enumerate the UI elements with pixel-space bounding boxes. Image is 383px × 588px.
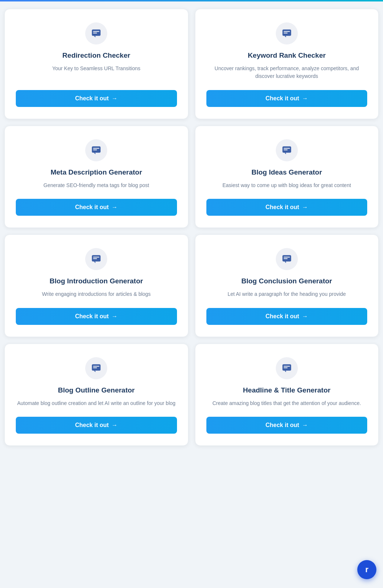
svg-rect-5 [283,31,290,32]
svg-rect-8 [92,146,101,153]
tool-icon-wrapper [276,357,298,379]
fab-button[interactable]: r [357,560,376,579]
card-desc-blog-conclusion-generator: Let AI write a paragraph for the heading… [228,290,346,298]
svg-marker-31 [284,370,286,372]
cta-button-meta-description-generator[interactable]: Check it out → [16,199,177,216]
card-blog-outline-generator: Blog Outline Generator Automate blog out… [4,344,188,446]
card-meta-description-generator: Meta Description Generator Generate SEO-… [4,126,188,228]
tool-icon-wrapper [85,139,107,161]
card-title-keyword-rank-checker: Keyword Rank Checker [248,51,326,60]
svg-rect-17 [93,257,100,258]
arrow-icon-keyword-rank-checker: → [302,95,308,102]
svg-rect-22 [283,258,288,259]
fab-icon: r [365,565,369,574]
tool-icon-wrapper [276,139,298,161]
svg-rect-25 [93,366,100,366]
tool-icon-wrapper [85,248,107,270]
svg-marker-23 [284,262,286,263]
cta-button-keyword-rank-checker[interactable]: Check it out → [206,90,368,107]
arrow-icon-redirection-checker: → [112,95,118,102]
top-bar [0,0,383,1]
card-desc-blog-outline-generator: Automate blog outline creation and let A… [17,399,176,408]
svg-rect-18 [93,258,97,259]
card-title-redirection-checker: Redirection Checker [62,51,130,60]
arrow-icon-blog-outline-generator: → [112,422,118,429]
svg-marker-15 [284,153,286,154]
arrow-icon-blog-introduction-generator: → [112,313,118,320]
cta-label-blog-outline-generator: Check it out [75,422,109,429]
cta-label-meta-description-generator: Check it out [75,204,109,211]
card-blog-introduction-generator: Blog Introduction Generator Write engagi… [4,234,188,337]
card-keyword-rank-checker: Keyword Rank Checker Uncover rankings, t… [195,9,379,119]
cta-button-blog-ideas-generator[interactable]: Check it out → [206,199,368,216]
cta-button-blog-conclusion-generator[interactable]: Check it out → [206,308,368,325]
card-title-blog-outline-generator: Blog Outline Generator [58,386,135,395]
cta-label-blog-introduction-generator: Check it out [75,313,109,320]
svg-marker-3 [94,36,95,37]
cta-label-keyword-rank-checker: Check it out [265,95,299,102]
svg-rect-30 [283,368,288,368]
cta-button-redirection-checker[interactable]: Check it out → [16,90,177,107]
card-blog-conclusion-generator: Blog Conclusion Generator Let AI write a… [195,234,379,337]
svg-rect-14 [283,150,288,150]
svg-rect-21 [283,257,290,258]
cta-label-blog-conclusion-generator: Check it out [265,313,299,320]
svg-rect-26 [93,368,97,368]
svg-rect-12 [282,146,291,153]
card-title-blog-introduction-generator: Blog Introduction Generator [50,277,143,286]
card-blog-ideas-generator: Blog Ideas Generator Easiest way to come… [195,126,379,228]
svg-rect-29 [283,366,290,366]
svg-rect-1 [93,31,100,32]
arrow-icon-blog-ideas-generator: → [302,204,308,211]
svg-rect-10 [93,150,97,150]
cta-label-redirection-checker: Check it out [75,95,109,102]
svg-marker-19 [94,262,95,263]
card-desc-redirection-checker: Your Key to Seamless URL Transitions [52,65,140,80]
tool-icon-wrapper [276,22,298,44]
arrow-icon-meta-description-generator: → [112,204,118,211]
arrow-icon-blog-conclusion-generator: → [302,313,308,320]
card-redirection-checker: Redirection Checker Your Key to Seamless… [4,9,188,119]
tool-icon-wrapper [276,248,298,270]
card-desc-blog-introduction-generator: Write engaging introductions for article… [42,290,151,298]
cta-button-blog-introduction-generator[interactable]: Check it out → [16,308,177,325]
cta-button-blog-outline-generator[interactable]: Check it out → [16,417,177,434]
svg-marker-7 [284,36,286,37]
svg-rect-2 [93,33,97,33]
card-desc-keyword-rank-checker: Uncover rankings, track performance, ana… [206,65,368,80]
svg-marker-27 [94,370,95,372]
svg-rect-13 [283,148,290,149]
card-desc-meta-description-generator: Generate SEO-friendly meta tags for blog… [43,182,149,190]
svg-rect-6 [283,33,288,33]
svg-rect-9 [93,148,100,149]
arrow-icon-headline-title-generator: → [302,422,308,429]
cta-label-blog-ideas-generator: Check it out [265,204,299,211]
card-title-meta-description-generator: Meta Description Generator [51,168,142,177]
card-desc-headline-title-generator: Create amazing blog titles that get the … [212,399,361,408]
card-grid: Redirection Checker Your Key to Seamless… [3,4,380,450]
card-headline-title-generator: Headline & Title Generator Create amazin… [195,344,379,446]
tool-icon-wrapper [85,22,107,44]
tool-icon-wrapper [85,357,107,379]
cta-button-headline-title-generator[interactable]: Check it out → [206,417,368,434]
svg-marker-11 [94,153,95,154]
card-desc-blog-ideas-generator: Easiest way to come up with blog ideas f… [223,182,351,190]
card-title-blog-conclusion-generator: Blog Conclusion Generator [241,277,332,286]
card-title-headline-title-generator: Headline & Title Generator [243,386,330,395]
cta-label-headline-title-generator: Check it out [265,422,299,429]
card-title-blog-ideas-generator: Blog Ideas Generator [252,168,322,177]
